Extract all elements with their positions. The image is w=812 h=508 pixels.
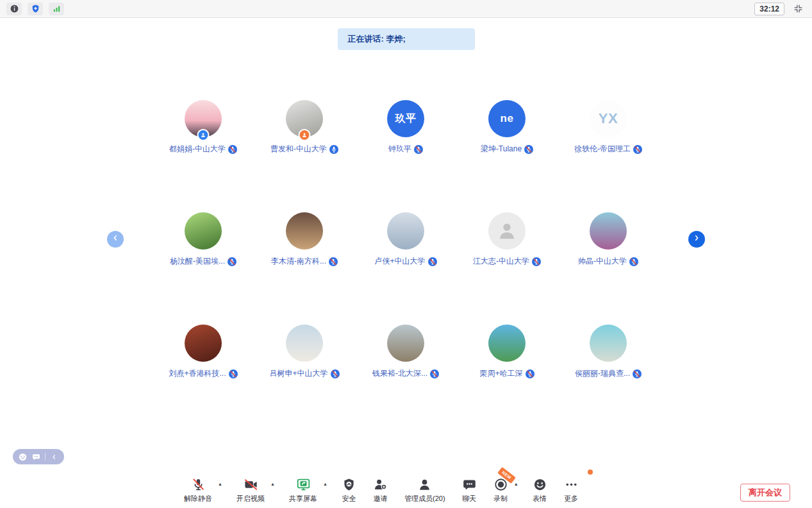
security-shield-icon <box>342 476 356 492</box>
caret-up-icon[interactable]: ▲ <box>270 482 275 486</box>
next-page-button[interactable] <box>688 231 705 248</box>
participant-name: 帅晶-中山大学 <box>578 256 627 267</box>
mic-muted-status-icon <box>428 257 437 266</box>
quick-reactions-pill <box>13 449 64 464</box>
participant-name-row: 钱果裕-北大深... <box>372 368 439 379</box>
prev-page-button[interactable] <box>107 231 124 248</box>
participant-name-row: 徐轶伦-帝国理工 <box>574 144 642 155</box>
participant-cell[interactable]: YX徐轶伦-帝国理工 <box>558 100 659 155</box>
participant-name: 徐轶伦-帝国理工 <box>574 144 631 155</box>
tool-screen-share[interactable]: 共享屏幕▲ <box>289 476 317 504</box>
tool-invite[interactable]: 邀请 <box>373 476 388 504</box>
participant-name: 曹发和-中山大学 <box>270 144 327 155</box>
caret-up-icon[interactable]: ▲ <box>514 482 518 486</box>
caret-up-icon[interactable]: ▲ <box>323 482 327 486</box>
exit-fullscreen-icon[interactable] <box>790 3 806 15</box>
tool-chat[interactable]: 聊天 <box>462 476 477 504</box>
leave-meeting-button[interactable]: 离开会议 <box>740 484 790 502</box>
topbar-right: 32:12 <box>754 3 806 15</box>
avatar-initials: YX <box>590 100 627 137</box>
tool-label: 录制 <box>493 494 508 504</box>
avatar-woman-at-beach <box>590 325 627 362</box>
tool-label: 聊天 <box>462 494 476 504</box>
chat-icon <box>462 476 477 492</box>
participant-name-row: 刘焘+香港科技... <box>169 368 237 379</box>
participant-name: 钱果裕-北大深... <box>372 368 427 379</box>
topbar-left-icons <box>6 3 64 15</box>
tool-label: 解除静音 <box>184 494 212 504</box>
collapse-pill-icon[interactable] <box>49 452 59 462</box>
invite-icon <box>373 476 388 492</box>
bottom-toolbar: 解除静音▲开启视频▲共享屏幕▲安全邀请管理成员(20)聊天录制▲NEW表情更多 … <box>0 471 812 508</box>
mic-muted-status-icon <box>430 369 439 378</box>
participant-cell[interactable]: 帅晶-中山大学 <box>558 212 659 267</box>
chevron-left-icon <box>110 233 120 246</box>
screen-share-icon <box>296 476 311 492</box>
mic-muted-status-icon <box>229 369 238 378</box>
participant-cell[interactable]: 栗周+哈工深 <box>456 325 558 379</box>
tool-label: 安全 <box>342 494 356 504</box>
participant-name: 江大志-中山大学 <box>473 256 529 267</box>
security-shield-blue-icon[interactable] <box>28 3 43 15</box>
mic-muted-status-icon <box>526 369 534 378</box>
chevron-right-icon <box>692 233 702 246</box>
participant-name-row: 钟玖平 <box>388 144 423 155</box>
mic-muted-icon <box>191 476 206 492</box>
participant-name-row: 栗周+哈工深 <box>479 368 534 379</box>
avatar-initials: ne <box>488 100 526 137</box>
avatar-initials: 玖平 <box>387 100 424 137</box>
tool-more[interactable]: 更多 <box>564 476 579 504</box>
chat-quick-icon[interactable] <box>31 452 41 462</box>
mic-muted-status-icon <box>633 369 642 378</box>
participant-cell[interactable]: 杨汶醒-美国埃... <box>153 212 254 267</box>
tool-members[interactable]: 管理成员(20) <box>404 476 445 504</box>
participant-name-row: 卢侠+中山大学 <box>374 256 436 267</box>
tool-label: 共享屏幕 <box>289 494 317 504</box>
avatar-man-facing-mountains <box>387 325 424 362</box>
participant-cell[interactable]: 吕树申+中山大学 <box>254 325 355 379</box>
info-icon[interactable] <box>6 3 22 15</box>
avatar-initials: 玖平 <box>395 112 417 126</box>
mic-muted-status-icon <box>633 145 642 154</box>
tool-security-shield[interactable]: 安全 <box>342 476 356 504</box>
mic-muted-status-icon <box>629 257 638 266</box>
network-signal-icon[interactable] <box>49 3 64 15</box>
mic-muted-status-icon <box>331 369 340 378</box>
tool-camera-off[interactable]: 开启视频▲ <box>236 476 265 504</box>
emoji-quick-icon[interactable] <box>18 452 28 462</box>
participant-cell[interactable]: 刘焘+香港科技... <box>153 325 254 379</box>
tool-label: 更多 <box>564 494 578 504</box>
mic-muted-status-icon <box>228 257 236 266</box>
participant-cell[interactable]: 江大志-中山大学 <box>456 212 558 267</box>
participant-cell[interactable]: 卢侠+中山大学 <box>355 212 456 267</box>
tool-record[interactable]: 录制▲NEW <box>493 476 508 504</box>
participant-name-row: 帅晶-中山大学 <box>578 256 638 267</box>
avatar-cats-resting <box>286 212 323 250</box>
tool-mic-muted[interactable]: 解除静音▲ <box>184 476 212 504</box>
participant-cell[interactable]: 钱果裕-北大深... <box>355 325 456 379</box>
avatar-initials: YX <box>599 110 618 127</box>
participant-cell[interactable]: 侯丽丽-瑞典查... <box>558 325 659 379</box>
participant-name: 刘焘+香港科技... <box>169 368 226 379</box>
participant-cell[interactable]: ne梁坤-Tulane <box>456 100 558 155</box>
participant-name-row: 侯丽丽-瑞典查... <box>575 368 642 379</box>
avatar-forest-path <box>185 212 222 250</box>
caret-up-icon[interactable]: ▲ <box>218 482 222 486</box>
mic-muted-status-icon <box>329 257 338 266</box>
participant-cell[interactable]: 玖平钟玖平 <box>355 100 456 155</box>
avatar-pencil-sketch-flower <box>286 100 323 137</box>
participant-name: 杨汶醒-美国埃... <box>170 256 225 267</box>
mic-muted-status-icon <box>414 145 423 154</box>
participant-cell[interactable]: 都娟娟-中山大学 <box>153 100 254 155</box>
toolbar-items: 解除静音▲开启视频▲共享屏幕▲安全邀请管理成员(20)聊天录制▲NEW表情更多 <box>184 476 579 504</box>
mic-muted-status-icon <box>524 145 533 154</box>
emoji-icon <box>533 476 547 492</box>
participant-name-row: 李木清-南方科... <box>271 256 338 267</box>
participant-cell[interactable]: 曹发和-中山大学 <box>254 100 355 155</box>
participant-name-row: 江大志-中山大学 <box>473 256 541 267</box>
notification-dot <box>588 470 593 475</box>
tool-emoji[interactable]: 表情 <box>533 476 547 504</box>
participant-name: 卢侠+中山大学 <box>374 256 425 267</box>
participant-cell[interactable]: 李木清-南方科... <box>254 212 355 267</box>
topbar: 32:12 <box>0 0 812 18</box>
